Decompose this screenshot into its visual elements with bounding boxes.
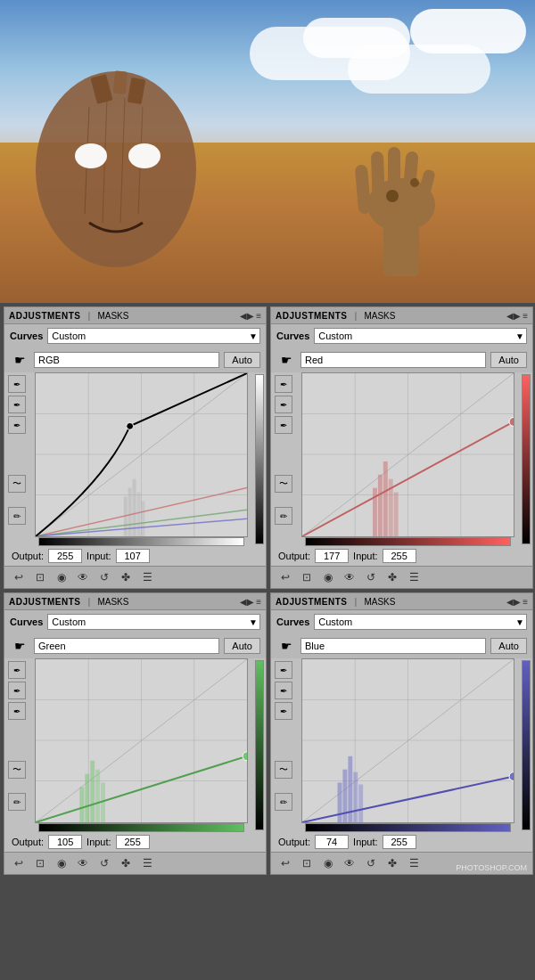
red-hand-tool[interactable]: ☛ bbox=[276, 350, 296, 370]
green-output-field[interactable] bbox=[48, 835, 82, 849]
rgb-back-icon[interactable]: ↩ bbox=[10, 570, 28, 584]
blue-preset-wrapper: Custom ▼ bbox=[314, 614, 527, 630]
rgb-eyedropper-white[interactable]: ✒ bbox=[8, 416, 26, 434]
rgb-input-field[interactable] bbox=[116, 549, 150, 563]
red-collapse-icon[interactable]: ◀▶ bbox=[506, 311, 521, 321]
blue-eye-icon[interactable]: 👁 bbox=[341, 856, 358, 870]
green-menu-icon[interactable]: ≡ bbox=[256, 597, 261, 607]
green-back-icon[interactable]: ↩ bbox=[10, 856, 28, 870]
red-adjustments-label: ADJUSTMENTS bbox=[276, 311, 348, 321]
blue-delete-icon[interactable]: ✤ bbox=[383, 856, 401, 870]
green-eyedropper-black[interactable]: ✒ bbox=[8, 661, 26, 679]
red-eyedropper-black[interactable]: ✒ bbox=[275, 375, 292, 393]
green-collapse-icon[interactable]: ◀▶ bbox=[240, 597, 254, 607]
red-preset-select[interactable]: Custom bbox=[314, 328, 527, 344]
rgb-adjustments-label: ADJUSTMENTS bbox=[9, 311, 81, 321]
blue-input-label: Input: bbox=[353, 837, 378, 847]
rgb-eye-icon[interactable]: 👁 bbox=[74, 570, 92, 584]
rgb-pencil-tool[interactable]: ✏ bbox=[8, 507, 26, 525]
red-smooth-tool[interactable]: 〜 bbox=[275, 475, 292, 493]
blue-menu2-icon[interactable]: ☰ bbox=[405, 856, 423, 870]
red-eyedropper-gray[interactable]: ✒ bbox=[275, 396, 292, 413]
green-circle-icon[interactable]: ◉ bbox=[53, 856, 70, 870]
red-curve-area[interactable] bbox=[301, 372, 514, 537]
svg-point-57 bbox=[243, 752, 247, 761]
red-menu2-icon[interactable]: ☰ bbox=[405, 570, 423, 584]
red-output-field[interactable] bbox=[315, 549, 349, 563]
rgb-curve-area[interactable] bbox=[35, 372, 248, 537]
blue-preset-select[interactable]: Custom bbox=[314, 614, 527, 630]
green-curves-row: Curves Custom ▼ bbox=[4, 610, 266, 633]
red-reset-icon[interactable]: ↺ bbox=[362, 570, 380, 584]
blue-curve-area[interactable] bbox=[301, 658, 514, 823]
green-pencil-tool[interactable]: ✏ bbox=[8, 793, 26, 811]
rgb-reset-icon[interactable]: ↺ bbox=[95, 570, 113, 584]
green-eyedropper-white[interactable]: ✒ bbox=[8, 702, 26, 720]
red-delete-icon[interactable]: ✤ bbox=[383, 570, 401, 584]
rgb-eyedropper-black[interactable]: ✒ bbox=[8, 375, 26, 393]
blue-output-input: Output: Input: bbox=[271, 832, 532, 852]
green-panel-header: ADJUSTMENTS | MASKS ◀▶ ≡ bbox=[4, 593, 266, 610]
blue-output-field[interactable] bbox=[315, 835, 349, 849]
blue-menu-icon[interactable]: ≡ bbox=[523, 597, 528, 607]
rgb-menu-icon[interactable]: ≡ bbox=[256, 311, 261, 321]
blue-channel-select[interactable]: Blue bbox=[300, 638, 486, 654]
blue-panel-header: ADJUSTMENTS | MASKS ◀▶ ≡ bbox=[271, 593, 532, 610]
red-curves-row: Curves Custom ▼ bbox=[271, 324, 532, 347]
blue-crop-icon[interactable]: ⊡ bbox=[298, 856, 316, 870]
svg-rect-55 bbox=[95, 770, 100, 822]
blue-back-icon[interactable]: ↩ bbox=[276, 856, 294, 870]
green-channel-select[interactable]: Green bbox=[34, 638, 219, 654]
green-channel-wrapper: Green bbox=[34, 638, 219, 654]
red-back-icon[interactable]: ↩ bbox=[276, 570, 294, 584]
green-hand-tool[interactable]: ☛ bbox=[10, 636, 29, 656]
red-input-field[interactable] bbox=[383, 549, 416, 563]
green-curve-area[interactable] bbox=[35, 658, 248, 823]
rgb-menu2-icon[interactable]: ☰ bbox=[138, 570, 156, 584]
green-delete-icon[interactable]: ✤ bbox=[117, 856, 135, 870]
green-smooth-tool[interactable]: 〜 bbox=[8, 761, 26, 779]
rgb-delete-icon[interactable]: ✤ bbox=[117, 570, 135, 584]
green-preset-select[interactable]: Custom bbox=[47, 614, 260, 630]
rgb-preset-select[interactable]: Custom bbox=[47, 328, 260, 344]
red-pencil-tool[interactable]: ✏ bbox=[275, 507, 292, 525]
blue-eyedropper-gray[interactable]: ✒ bbox=[275, 682, 292, 699]
rgb-gradient-row bbox=[29, 537, 253, 546]
blue-reset-icon[interactable]: ↺ bbox=[362, 856, 380, 870]
blue-eyedropper-white[interactable]: ✒ bbox=[275, 702, 292, 720]
blue-hand-tool[interactable]: ☛ bbox=[276, 636, 296, 656]
rgb-eyedropper-gray[interactable]: ✒ bbox=[8, 396, 26, 413]
rgb-crop-icon[interactable]: ⊡ bbox=[31, 570, 49, 584]
rgb-collapse-icon[interactable]: ◀▶ bbox=[240, 311, 254, 321]
rgb-circle-icon[interactable]: ◉ bbox=[53, 570, 70, 584]
green-preset-wrapper: Custom ▼ bbox=[47, 614, 260, 630]
svg-rect-41 bbox=[383, 461, 388, 536]
red-crop-icon[interactable]: ⊡ bbox=[298, 570, 316, 584]
blue-eyedropper-black[interactable]: ✒ bbox=[275, 661, 292, 679]
red-menu-icon[interactable]: ≡ bbox=[523, 311, 528, 321]
green-eyedropper-gray[interactable]: ✒ bbox=[8, 682, 26, 699]
blue-pencil-tool[interactable]: ✏ bbox=[275, 793, 292, 811]
rgb-auto-button[interactable]: Auto bbox=[224, 352, 260, 368]
rgb-hand-tool[interactable]: ☛ bbox=[10, 350, 29, 370]
red-eyedropper-white[interactable]: ✒ bbox=[275, 416, 292, 434]
rgb-channel-select[interactable]: RGB bbox=[34, 352, 219, 368]
green-crop-icon[interactable]: ⊡ bbox=[31, 856, 49, 870]
blue-smooth-tool[interactable]: 〜 bbox=[275, 761, 292, 779]
red-channel-select[interactable]: Red bbox=[300, 352, 486, 368]
green-reset-icon[interactable]: ↺ bbox=[95, 856, 113, 870]
blue-input-field[interactable] bbox=[383, 835, 416, 849]
rgb-output-field[interactable] bbox=[48, 549, 82, 563]
green-menu2-icon[interactable]: ☰ bbox=[138, 856, 156, 870]
red-auto-button[interactable]: Auto bbox=[490, 352, 527, 368]
green-input-field[interactable] bbox=[116, 835, 150, 849]
red-circle-icon[interactable]: ◉ bbox=[319, 570, 337, 584]
red-eye-icon[interactable]: 👁 bbox=[341, 570, 358, 584]
green-gradient-row bbox=[29, 823, 253, 832]
blue-auto-button[interactable]: Auto bbox=[490, 638, 527, 654]
rgb-smooth-tool[interactable]: 〜 bbox=[8, 475, 26, 493]
blue-collapse-icon[interactable]: ◀▶ bbox=[506, 597, 521, 607]
green-eye-icon[interactable]: 👁 bbox=[74, 856, 92, 870]
blue-circle-icon[interactable]: ◉ bbox=[319, 856, 337, 870]
green-auto-button[interactable]: Auto bbox=[224, 638, 260, 654]
